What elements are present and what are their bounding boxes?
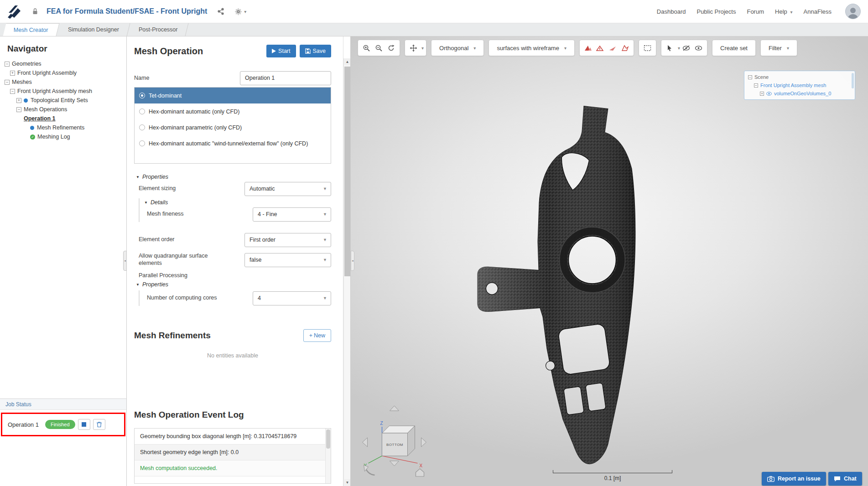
roll-ccw-arrow[interactable]	[364, 465, 375, 475]
show-all-icon[interactable]	[692, 41, 705, 55]
save-button[interactable]: Save	[300, 45, 332, 57]
chat-button[interactable]: Chat	[828, 472, 862, 486]
visibility-eye-icon[interactable]	[766, 92, 772, 96]
tab-simulation-designer[interactable]: Simulation Designer	[57, 23, 130, 36]
panel-scrollbar[interactable]: ▲ ▼	[343, 58, 350, 486]
start-button[interactable]: Start	[266, 45, 296, 57]
scene-tree-mesh[interactable]: −Front Upright Assembly mesh	[748, 81, 848, 89]
success-check-icon: ✓	[30, 134, 35, 140]
render-mode-dropdown[interactable]: surfaces with wireframe▾	[489, 40, 575, 56]
mesh-quality-icon[interactable]	[607, 41, 619, 55]
settings-gear-icon[interactable]: ▾	[234, 8, 246, 16]
properties-section-header[interactable]: ▼Properties	[134, 173, 331, 181]
nav-help[interactable]: Help ▾	[775, 8, 793, 15]
nav-dashboard[interactable]: Dashboard	[657, 8, 686, 15]
algorithm-list: Tet-dominant Hex-dominant automatic (onl…	[134, 87, 331, 164]
radio-icon[interactable]	[139, 109, 145, 114]
navigator-collapse-handle[interactable]: ◂	[123, 251, 127, 271]
collapse-icon[interactable]: −	[16, 107, 21, 112]
mesh-quality-icon[interactable]	[594, 41, 607, 55]
mesh-fineness-select[interactable]: 4 - Fine▼	[253, 207, 331, 222]
tree-item-operation-1[interactable]: Operation 1	[0, 114, 126, 123]
operation-name-input[interactable]	[240, 71, 331, 85]
scroll-down-arrow-icon[interactable]: ▼	[344, 479, 351, 486]
filter-dropdown[interactable]: Filter▾	[760, 40, 797, 56]
algo-hex-windtunnel[interactable]: Hex-dominant automatic "wind-tunnel/exte…	[135, 135, 331, 151]
tree-item-meshing-log[interactable]: ✓Meshing Log	[0, 132, 126, 141]
collapse-icon[interactable]: −	[754, 83, 758, 88]
rotate-left-arrow[interactable]	[363, 438, 368, 447]
new-refinement-button[interactable]: +New	[303, 329, 331, 342]
tree-item-front-upright-assembly[interactable]: +Front Upright Assembly	[0, 68, 126, 78]
expand-icon[interactable]: +	[760, 92, 764, 96]
expand-icon[interactable]: +	[10, 71, 15, 76]
tab-post-processor[interactable]: Post-Processor	[128, 23, 188, 36]
report-issue-button[interactable]: Report an issue	[762, 472, 826, 486]
share-icon[interactable]	[217, 8, 224, 15]
navigator-tree: −Geometries +Front Upright Assembly −Mes…	[0, 59, 126, 141]
tree-item-geometries[interactable]: −Geometries	[0, 59, 126, 68]
tab-mesh-creator[interactable]: Mesh Creator	[3, 23, 60, 36]
pan-chevron-icon[interactable]: ▾	[421, 46, 424, 51]
scrollbar-thumb[interactable]	[344, 67, 350, 276]
algo-hex-automatic[interactable]: Hex-dominant automatic (only CFD)	[135, 103, 331, 119]
log-scrollbar[interactable]	[325, 429, 331, 483]
create-set-button[interactable]: Create set	[712, 40, 756, 56]
tree-item-meshes[interactable]: −Meshes	[0, 78, 126, 87]
expand-icon[interactable]: +	[16, 98, 21, 103]
cores-select[interactable]: 4▼	[253, 291, 331, 305]
projection-dropdown[interactable]: Orthogonal▾	[431, 40, 484, 56]
nav-username[interactable]: AnnaFless	[804, 8, 832, 15]
simscale-logo-icon[interactable]	[6, 4, 22, 19]
meshed-model[interactable]	[470, 105, 646, 470]
navigation-cube[interactable]: Z Y X BOTTOM	[359, 405, 430, 480]
stop-job-button[interactable]	[78, 419, 90, 430]
rotate-down-arrow[interactable]	[390, 461, 399, 466]
radio-selected-icon[interactable]	[139, 93, 145, 98]
rotate-up-arrow[interactable]	[390, 406, 399, 411]
parallel-properties-header[interactable]: ▼Properties	[134, 280, 331, 289]
collapse-icon[interactable]: −	[5, 80, 10, 85]
element-order-select[interactable]: First order▼	[244, 233, 331, 247]
avatar[interactable]	[845, 4, 861, 19]
rotate-right-arrow[interactable]	[421, 438, 426, 447]
scene-tree-root[interactable]: −Scene	[748, 73, 848, 81]
quad-elements-select[interactable]: false▼	[244, 253, 331, 267]
nav-forum[interactable]: Forum	[747, 8, 764, 15]
element-sizing-select[interactable]: Automatic▼	[244, 182, 331, 196]
log-scrollbar-thumb[interactable]	[326, 429, 330, 449]
algo-tet-dominant[interactable]: Tet-dominant	[135, 88, 331, 103]
scene-tree-volume[interactable]: + volumeOnGeoVolumes_0	[748, 89, 848, 98]
zoom-out-button[interactable]	[373, 41, 385, 55]
tree-item-topological-entity-sets[interactable]: +Topological Entity Sets	[0, 96, 126, 105]
home-view-button[interactable]	[416, 469, 424, 476]
scene-tree-scrollbar[interactable]	[852, 73, 854, 88]
job-status-section: Job Status Operation 1 Finished	[0, 398, 126, 486]
tree-item-mesh-refinements[interactable]: Mesh Refinements	[0, 123, 126, 132]
zoom-in-button[interactable]	[360, 41, 373, 55]
box-select-button[interactable]	[641, 41, 654, 55]
collapse-icon[interactable]: −	[5, 62, 10, 67]
viewport-collapse-handle[interactable]: ◂	[351, 251, 354, 271]
radio-icon[interactable]	[139, 140, 145, 146]
details-section-header[interactable]: ▼Details	[142, 198, 331, 207]
tree-item-mesh-operations[interactable]: −Mesh Operations	[0, 105, 126, 114]
nav-public-projects[interactable]: Public Projects	[696, 8, 736, 15]
cursor-select-button[interactable]	[664, 41, 676, 55]
mesh-quality-icon[interactable]	[619, 41, 631, 55]
mesh-quality-icon[interactable]	[582, 41, 594, 55]
algo-hex-parametric[interactable]: Hex-dominant parametric (only CFD)	[135, 119, 331, 135]
collapse-icon[interactable]: −	[10, 89, 15, 94]
hide-selection-icon[interactable]	[680, 41, 692, 55]
radio-icon[interactable]	[139, 124, 145, 130]
pan-tool-button[interactable]	[407, 41, 420, 55]
tree-item-front-upright-assembly-mesh[interactable]: −Front Upright Assembly mesh	[0, 87, 126, 96]
delete-job-button[interactable]	[93, 419, 105, 430]
reset-view-button[interactable]	[385, 41, 397, 55]
scroll-up-arrow-icon[interactable]: ▲	[344, 58, 351, 65]
collapse-icon[interactable]: −	[748, 75, 752, 79]
details-block: ▼Details Mesh fineness 4 - Fine▼	[139, 198, 331, 222]
cube-faces[interactable]	[382, 426, 415, 456]
viewport-3d[interactable]: ◂ ▾ Orthogonal▾ surfaces with wireframe▾	[350, 36, 868, 486]
topbar: FEA for Formula Student/FSAE - Front Upr…	[0, 0, 868, 23]
